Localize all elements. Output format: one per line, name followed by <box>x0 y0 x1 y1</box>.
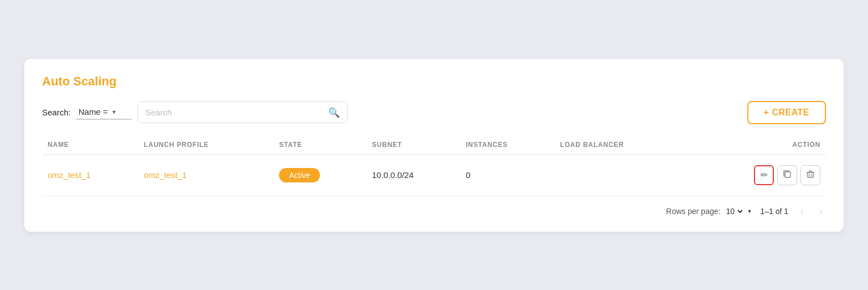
state-badge: Active <box>279 168 320 182</box>
row-state: Active <box>273 155 366 196</box>
auto-scaling-table: NAME LAUNCH PROFILE STATE SUBNET INSTANC… <box>42 136 826 196</box>
edit-icon: ✏ <box>761 170 768 180</box>
rows-per-page-control: Rows per page: 10 25 50 ▾ <box>666 206 751 216</box>
filter-dropdown[interactable]: Name = ▾ <box>76 105 132 120</box>
delete-button[interactable] <box>800 165 820 185</box>
col-instances: INSTANCES <box>460 136 554 155</box>
table-header-row: NAME LAUNCH PROFILE STATE SUBNET INSTANC… <box>42 136 826 155</box>
next-page-button[interactable]: › <box>816 205 826 218</box>
row-action: ✏ <box>688 155 826 196</box>
row-instances: 0 <box>460 155 554 196</box>
table-footer: Rows per page: 10 25 50 ▾ 1–1 of 1 ‹ › <box>42 205 826 218</box>
toolbar: Search: Name = ▾ 🔍 + CREATE <box>42 101 826 124</box>
col-launch-profile: LAUNCH PROFILE <box>138 136 273 155</box>
pagination-info: 1–1 of 1 <box>760 207 788 216</box>
col-state: STATE <box>273 136 366 155</box>
edit-button[interactable]: ✏ <box>754 165 774 185</box>
create-button[interactable]: + CREATE <box>747 101 826 124</box>
svg-rect-1 <box>808 172 813 177</box>
main-card: Auto Scaling Search: Name = ▾ 🔍 + CREATE… <box>24 59 844 232</box>
action-cell: ✏ <box>693 165 820 185</box>
search-input[interactable] <box>137 101 348 123</box>
col-action: ACTION <box>688 136 826 155</box>
col-load-balancer: LOAD BALANCER <box>555 136 688 155</box>
search-input-wrap: 🔍 <box>137 101 348 123</box>
col-subnet: SUBNET <box>366 136 460 155</box>
row-subnet: 10.0.0.0/24 <box>366 155 460 196</box>
row-load-balancer <box>555 155 688 196</box>
copy-icon <box>783 170 792 181</box>
page-title: Auto Scaling <box>42 74 826 89</box>
table-row: omz_test_1 omz_test_1 Active 10.0.0.0/24… <box>42 155 826 196</box>
row-name[interactable]: omz_test_1 <box>42 155 138 196</box>
col-name: NAME <box>42 136 138 155</box>
prev-page-button[interactable]: ‹ <box>797 205 807 218</box>
row-launch-profile[interactable]: omz_test_1 <box>138 155 273 196</box>
copy-button[interactable] <box>777 165 797 185</box>
chevron-down-icon: ▾ <box>112 108 116 116</box>
filter-value: Name = <box>79 107 108 116</box>
delete-icon <box>806 170 815 181</box>
svg-rect-0 <box>785 172 790 177</box>
rows-per-page-label: Rows per page: <box>666 207 720 216</box>
chevron-down-rows-icon: ▾ <box>748 207 751 215</box>
search-label: Search: <box>42 108 71 117</box>
rows-per-page-select[interactable]: 10 25 50 <box>724 206 745 216</box>
